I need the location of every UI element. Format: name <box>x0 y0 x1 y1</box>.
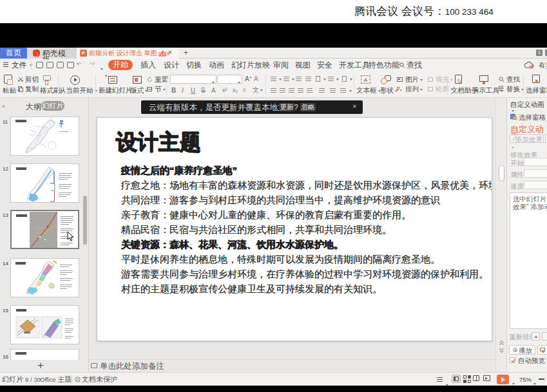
svg-text:!: ! <box>531 65 532 69</box>
